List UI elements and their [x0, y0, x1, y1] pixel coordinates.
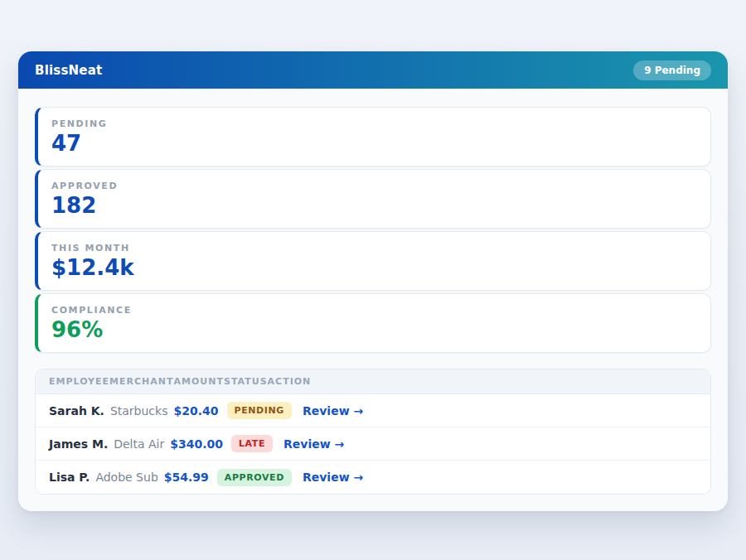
table-header-row: EMPLOYEE MERCHANT AMOUNT STATUS ACTION [36, 369, 710, 394]
app-content: PENDING 47 APPROVED 182 THIS MONTH $12.4… [18, 89, 728, 511]
merchant-name: Adobe Sub [95, 471, 157, 484]
amount-value: $20.40 [173, 404, 218, 418]
app-window: BlissNeat 9 Pending PENDING 47 APPROVED … [18, 51, 728, 511]
stat-value: 182 [51, 195, 697, 217]
pending-count-badge[interactable]: 9 Pending [633, 60, 711, 80]
review-link[interactable]: Review → [283, 437, 344, 451]
column-header-merchant: MERCHANT [109, 376, 173, 387]
employee-name: Sarah K. [49, 404, 104, 418]
column-header-status: STATUS [224, 376, 268, 387]
column-header-action: ACTION [268, 376, 312, 387]
merchant-name: Delta Air [114, 437, 164, 451]
stat-card-approved: APPROVED 182 [35, 169, 711, 229]
expenses-table: EMPLOYEE MERCHANT AMOUNT STATUS ACTION S… [35, 369, 711, 495]
employee-name: Lisa P. [49, 471, 90, 484]
status-badge: PENDING [227, 402, 292, 419]
stat-card-this-month: THIS MONTH $12.4k [35, 231, 711, 291]
table-row: Sarah K. Starbucks $20.40 PENDING Review… [36, 394, 710, 427]
stat-card-compliance: COMPLIANCE 96% [35, 293, 711, 353]
table-row: Lisa P. Adobe Sub $54.99 APPROVED Review… [36, 461, 710, 494]
stat-value: 47 [51, 133, 697, 155]
stat-label: COMPLIANCE [51, 305, 697, 316]
stat-label: PENDING [51, 118, 697, 129]
app-title: BlissNeat [35, 63, 102, 78]
stat-value: 96% [51, 319, 697, 341]
amount-value: $340.00 [170, 437, 223, 451]
status-badge: APPROVED [217, 469, 292, 486]
employee-name: James M. [49, 437, 108, 451]
column-header-employee: EMPLOYEE [49, 376, 109, 387]
stat-label: APPROVED [51, 181, 697, 191]
amount-value: $54.99 [164, 471, 209, 484]
app-header: BlissNeat 9 Pending [18, 51, 728, 89]
stat-value: $12.4k [51, 257, 697, 279]
table-row: James M. Delta Air $340.00 LATE Review → [36, 427, 710, 461]
review-link[interactable]: Review → [303, 471, 363, 484]
column-header-amount: AMOUNT [174, 376, 224, 387]
stat-label: THIS MONTH [51, 243, 697, 253]
review-link[interactable]: Review → [303, 404, 363, 418]
status-badge: LATE [231, 435, 273, 452]
merchant-name: Starbucks [110, 404, 168, 418]
stat-card-pending: PENDING 47 [35, 107, 711, 167]
